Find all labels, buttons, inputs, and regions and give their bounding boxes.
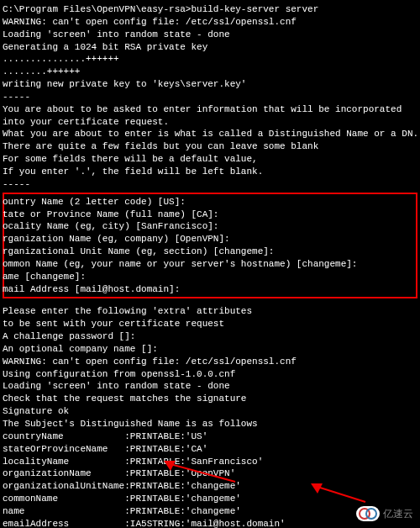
prompt-line: ountry Name (2 letter code) [US]: <box>3 196 415 209</box>
output-line: writing new private key to 'keys\server.… <box>3 78 417 91</box>
logo-icon <box>356 506 380 521</box>
output-line: ........++++++ <box>3 66 417 78</box>
output-line: Check that the request matches the signa… <box>3 393 417 405</box>
output-line: into your certificate request. <box>3 116 417 129</box>
output-line: organizationalUnitName:PRINTABLE:'change… <box>3 480 417 493</box>
output-line: to be sent with your certificate request <box>3 318 417 330</box>
output-line: countryName :PRINTABLE:'US' <box>3 430 417 443</box>
prompt-line: ame [changeme]: <box>3 271 415 283</box>
prompt-line: tate or Province Name (full name) [CA]: <box>3 209 415 221</box>
output-line: You are about to be asked to enter infor… <box>3 103 417 116</box>
output-line: WARNING: can't open config file: /etc/ss… <box>3 356 417 368</box>
watermark-text: 亿速云 <box>383 507 413 520</box>
highlight-box: ountry Name (2 letter code) [US]: tate o… <box>3 193 417 299</box>
output-line: stateOrProvinceName :PRINTABLE:'CA' <box>3 443 417 456</box>
prompt-line: ocality Name (eg, city) [SanFrancisco]: <box>3 220 415 233</box>
output-line: Loading 'screen' into random state - don… <box>3 380 417 393</box>
output-line: Please enter the following 'extra' attri… <box>3 305 417 318</box>
command-line: C:\Program Files\OpenVPN\easy-rsa>build-… <box>3 3 417 16</box>
output-line: There are quite a few fields but you can… <box>3 140 417 153</box>
output-line: ----- <box>3 178 417 191</box>
output-line: commonName :PRINTABLE:'changeme' <box>3 493 417 505</box>
output-line: localityName :PRINTABLE:'SanFrancisco' <box>3 456 417 468</box>
output-line: What you are about to enter is what is c… <box>3 128 417 140</box>
output-line: organizationName :PRINTABLE:'OpenVPN' <box>3 467 417 480</box>
output-line: Loading 'screen' into random state - don… <box>3 29 417 41</box>
prompt-line: mail Address [mail@host.domain]: <box>3 283 415 296</box>
output-line: emailAddress :IA5STRING:'mail@host.domai… <box>3 518 417 528</box>
output-line: If you enter '.', the field will be left… <box>3 166 417 178</box>
output-line: Generating a 1024 bit RSA private key <box>3 41 417 54</box>
output-line: For some fields there will be a default … <box>3 153 417 166</box>
output-line: A challenge password []: <box>3 330 417 343</box>
terminal-output: C:\Program Files\OpenVPN\easy-rsa>build-… <box>3 3 417 528</box>
output-line: ----- <box>3 91 417 103</box>
output-line: An optional company name []: <box>3 343 417 356</box>
output-line: name :PRINTABLE:'changeme' <box>3 505 417 518</box>
output-line: Signature ok <box>3 405 417 418</box>
watermark: 亿速云 <box>356 506 413 521</box>
prompt-line: rganizational Unit Name (eg, section) [c… <box>3 246 415 258</box>
prompt-line: rganization Name (eg, company) [OpenVPN]… <box>3 233 415 246</box>
prompt-line: ommon Name (eg, your name or your server… <box>3 258 415 271</box>
output-line: WARNING: can't open config file: /etc/ss… <box>3 16 417 29</box>
output-line: The Subject's Distinguished Name is as f… <box>3 418 417 430</box>
output-line: ...............++++++ <box>3 53 417 66</box>
output-line: Using configuration from openssl-1.0.0.c… <box>3 368 417 381</box>
